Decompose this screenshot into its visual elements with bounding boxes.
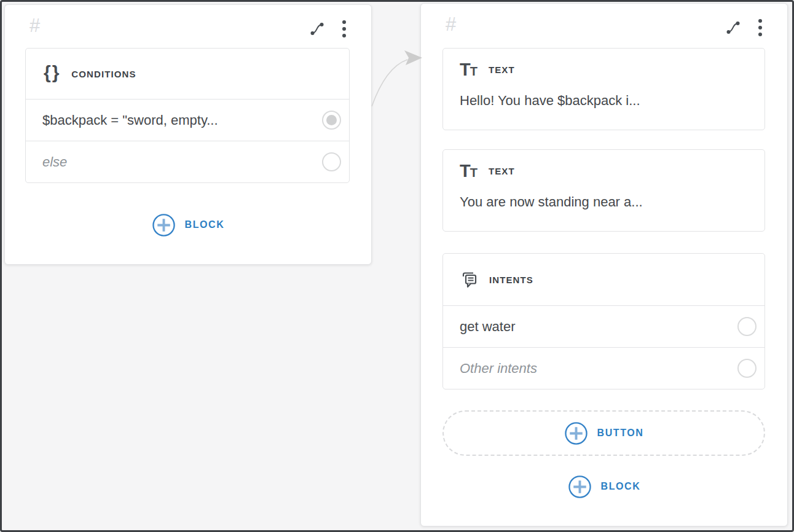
add-block-label: BLOCK xyxy=(185,219,225,230)
braces-icon: {} xyxy=(44,63,60,82)
intent-text: get water xyxy=(460,319,516,335)
conditions-widget-header: {} CONDITIONS xyxy=(26,49,349,99)
text-format-icon: TT xyxy=(460,61,478,79)
add-block-button[interactable]: BLOCK xyxy=(152,213,225,237)
screen-card-response[interactable]: # TT TEXT H xyxy=(420,3,788,526)
speech-bubbles-icon xyxy=(461,271,478,289)
text-format-icon: TT xyxy=(460,162,478,180)
conditions-label: CONDITIONS xyxy=(71,69,136,79)
other-intents-text: Other intents xyxy=(460,361,537,377)
conditions-widget[interactable]: {} CONDITIONS $backpack = "sword, empty.… xyxy=(25,48,350,183)
screen-card-conditions[interactable]: # {} CONDITIONS $bac xyxy=(4,4,372,265)
text-label: TEXT xyxy=(489,166,515,176)
add-button-button[interactable]: BUTTON xyxy=(442,410,765,456)
else-connection-port[interactable] xyxy=(322,152,341,171)
other-intents-row[interactable]: Other intents xyxy=(443,347,765,389)
header-icons xyxy=(309,20,347,38)
screen-card-header: # xyxy=(5,5,371,37)
other-intents-connection-port[interactable] xyxy=(737,359,757,378)
intents-widget[interactable]: INTENTS get water Other intents xyxy=(442,253,765,389)
header-icons xyxy=(725,18,763,37)
text-widget-header: TT TEXT xyxy=(460,61,752,79)
condition-connection-port[interactable] xyxy=(322,111,341,130)
connector-arrow xyxy=(367,48,428,115)
plus-circle-icon xyxy=(152,213,176,237)
condition-text: $backpack = "sword, empty... xyxy=(42,112,218,128)
text-widget-header: TT TEXT xyxy=(460,162,752,180)
intents-widget-header: INTENTS xyxy=(443,254,765,305)
text-content: Hello! You have $backpack i... xyxy=(460,93,752,109)
condition-else-text: else xyxy=(42,154,67,170)
text-widget-1[interactable]: TT TEXT Hello! You have $backpack i... xyxy=(442,48,765,130)
intent-connection-port[interactable] xyxy=(737,317,757,336)
text-widget-2[interactable]: TT TEXT You are now standing near a... xyxy=(442,149,765,232)
text-content: You are now standing near a... xyxy=(460,194,752,210)
condition-row[interactable]: $backpack = "sword, empty... xyxy=(26,99,349,141)
kebab-menu-icon[interactable] xyxy=(342,20,347,38)
screen-card-header: # xyxy=(421,4,787,36)
plus-circle-icon xyxy=(568,475,592,499)
plus-circle-icon xyxy=(564,421,588,445)
add-block-button[interactable]: BLOCK xyxy=(568,474,641,499)
add-button-inner: BUTTON xyxy=(564,421,644,445)
condition-else-row[interactable]: else xyxy=(26,141,349,182)
connect-icon[interactable] xyxy=(309,21,325,37)
intent-row[interactable]: get water xyxy=(443,305,765,347)
connect-icon[interactable] xyxy=(725,20,741,36)
screen-id-field[interactable]: # xyxy=(446,14,456,35)
intents-label: INTENTS xyxy=(489,275,533,285)
screen-id-field[interactable]: # xyxy=(29,15,40,36)
add-block-label: BLOCK xyxy=(601,481,641,492)
add-button-label: BUTTON xyxy=(597,428,644,439)
text-label: TEXT xyxy=(489,65,515,75)
kebab-menu-icon[interactable] xyxy=(758,18,763,37)
